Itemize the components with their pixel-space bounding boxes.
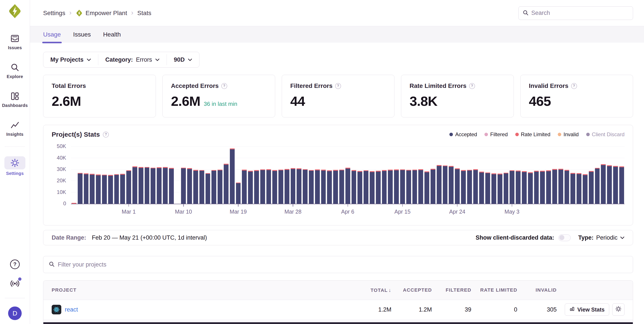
help-circle-icon[interactable]: ? [469,83,475,89]
bar-day-50 [375,145,381,204]
global-search [518,6,633,20]
legend-item-rate-limited[interactable]: Rate Limited [515,131,550,138]
whats-new-button[interactable] [9,278,20,290]
bar-accepted [613,167,618,204]
bar-day-46 [351,145,357,204]
sidebar-divider [5,298,25,298]
help-circle-icon[interactable]: ? [335,83,341,89]
bar-accepted [522,172,527,204]
bar-accepted [370,172,374,204]
bar-accepted [333,171,338,204]
breadcrumb-settings[interactable]: Settings [43,10,65,17]
legend-label: Rate Limited [521,131,550,138]
user-avatar[interactable]: D [8,307,22,320]
bar-accepted [187,169,192,204]
legend-item-accepted[interactable]: Accepted [450,131,477,138]
bar-day-52 [387,145,393,204]
help-circle-icon[interactable]: ? [221,83,227,89]
client-discard-toggle[interactable] [558,234,571,241]
column-header-accepted[interactable]: ACCEPTED [392,287,432,293]
x-axis-label: Apr 15 [394,209,411,215]
column-header-total[interactable]: TOTAL↓ [356,287,392,293]
card-value: 2.6M [171,93,200,109]
bar-day-18 [180,145,186,204]
card-title-row: Total Errors [52,82,147,89]
project-filter-input[interactable] [58,261,628,268]
bar-accepted [424,172,429,204]
projects-table: PROJECTTOTAL↓ACCEPTEDFILTEREDRATE LIMITE… [43,280,633,324]
bar-day-29 [247,145,254,204]
bar-accepted [394,170,399,204]
bar-accepted [400,170,405,204]
search-icon [48,261,55,268]
bar-day-86 [594,145,600,204]
bar-accepted [589,172,594,204]
project-settings-button[interactable] [612,304,624,316]
bar-accepted [455,169,460,204]
tab-health[interactable]: Health [103,26,121,43]
bar-accepted [242,170,247,204]
bar-accepted [236,183,241,204]
bar-day-8 [120,145,126,204]
sidebar-item-explore[interactable]: Explore [0,62,30,79]
bar-accepted [504,173,508,204]
project-filter-dropdown[interactable]: My Projects [43,52,98,67]
bar-day-59 [430,145,436,204]
bar-day-74 [521,145,527,204]
category-value: Errors [136,56,152,63]
sidebar-item-issues[interactable]: Issues [0,33,30,50]
date-range-controls: Show client-discarded data: Type: Period… [476,234,624,241]
column-header-invalid[interactable]: INVALID [517,287,557,293]
help-circle-icon[interactable]: ? [571,83,577,89]
legend-item-invalid[interactable]: Invalid [558,131,578,138]
sidebar-item-insights[interactable]: Insights [0,120,30,137]
main-area: Settings › Empower Plant › Stats [30,0,644,324]
category-dropdown[interactable]: Category: Errors [98,52,166,67]
bar-day-45 [345,145,351,204]
period-dropdown[interactable]: 90D [167,52,199,67]
column-header-filtered[interactable]: FILTERED [432,287,471,293]
sidebar-item-label: Dashboards [2,103,28,108]
type-dropdown[interactable]: Type: Periodic [578,234,624,241]
bar-day-47 [357,145,363,204]
stat-card-accepted-errors: Accepted Errors?2.6M36 in last min [162,75,275,117]
view-stats-button[interactable]: View Stats [565,304,609,316]
view-stats-label: View Stats [577,307,604,313]
bar-day-7 [114,145,120,204]
bar-day-69 [491,145,497,204]
bar-accepted [206,174,210,204]
bar-day-10 [132,145,138,204]
sidebar-item-settings[interactable]: Settings [0,156,30,176]
search-input[interactable] [531,10,629,16]
help-icon: ? [10,260,20,269]
bar-accepted [278,170,283,204]
gear-icon [615,306,622,314]
help-circle-icon[interactable]: ? [103,132,109,138]
bar-day-57 [418,145,424,204]
sidebar-item-dashboards[interactable]: Dashboards [0,91,30,108]
help-button[interactable]: ? [9,259,20,270]
stat-card-rate-limited-errors: Rate Limited Errors?3.8K [401,75,514,117]
sentry-logo[interactable] [7,3,22,19]
bar-day-85 [588,145,594,204]
bar-day-22 [205,145,211,204]
legend-item-filtered[interactable]: Filtered [484,131,508,138]
column-header-rate-limited[interactable]: RATE LIMITED [471,287,517,293]
breadcrumb-org[interactable]: Empower Plant [76,9,127,17]
legend-item-client-discard[interactable]: Client Discard [586,131,624,138]
bar-accepted [291,169,296,204]
bar-accepted [418,170,423,204]
notification-dot [18,277,22,281]
x-axis-label: Mar 1 [122,209,136,215]
tab-issues[interactable]: Issues [73,26,91,43]
legend-dot [450,133,453,136]
sidebar-nav: IssuesExploreDashboardsInsightsSettings [0,33,30,176]
card-value-row: 465 [529,93,624,109]
bar-day-35 [284,145,290,204]
tab-usage[interactable]: Usage [43,26,61,43]
bar-accepted [84,174,89,204]
legend-label: Filtered [490,131,508,138]
bar-day-9 [126,145,132,204]
chart-x-axis: Mar 1Mar 10Mar 19Mar 28Apr 6Apr 15Apr 24… [71,204,624,217]
project-link[interactable]: react [65,306,78,313]
